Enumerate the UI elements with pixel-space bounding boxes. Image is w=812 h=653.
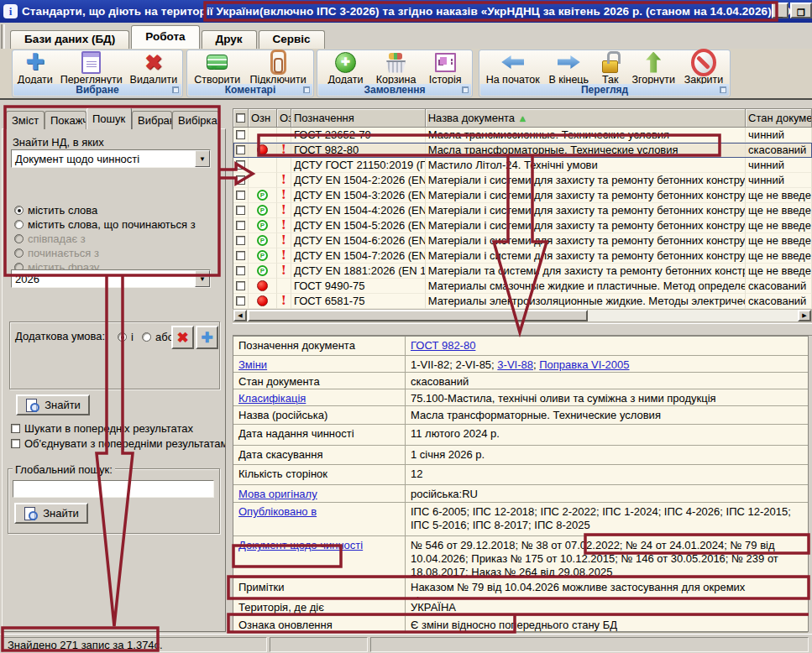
table-row[interactable]: P!ДСТУ EN 1504-6:2026 (ENМатеріали і сис… bbox=[233, 233, 812, 248]
row-checkbox-cell[interactable] bbox=[233, 158, 249, 173]
table-row[interactable]: P!ДСТУ EN 1504-3:2026 (ENМатеріали і сис… bbox=[233, 188, 812, 203]
horizontal-splitter[interactable] bbox=[233, 323, 812, 336]
table-row[interactable]: !ГОСТ 982-80Масла трансформаторные. Техн… bbox=[233, 143, 812, 158]
arrow-right-button[interactable]: В кінець bbox=[546, 50, 591, 86]
table-horizontal-scrollbar[interactable]: ◀ ▶ bbox=[233, 309, 812, 322]
detail-label-link[interactable]: Документ щодо чинності bbox=[238, 539, 363, 551]
detail-label-link[interactable]: Класифікація bbox=[238, 392, 306, 405]
row-checkbox-cell[interactable] bbox=[233, 143, 249, 158]
tab-Робота[interactable]: Робота bbox=[131, 25, 199, 49]
row-mark-cell: P bbox=[249, 264, 277, 279]
search-option-checkbox[interactable]: Об'єднувати з попередніми результатам bbox=[11, 436, 225, 451]
search-option-checkbox[interactable]: Шукати в попередніх результатах bbox=[11, 421, 225, 436]
paperclip-button[interactable]: Підключити bbox=[247, 50, 308, 86]
sidebar-tab-Вибран[interactable]: Вибран bbox=[132, 111, 172, 129]
table-row[interactable]: P!ДСТУ EN 1504-7:2026 (ENМатеріали і сис… bbox=[233, 248, 812, 264]
row-checkbox-cell[interactable] bbox=[233, 188, 249, 203]
sidebar-tab-Покажч[interactable]: Покажч bbox=[45, 111, 86, 129]
radio-icon bbox=[14, 248, 24, 258]
arrow-up-button[interactable]: Згорнути bbox=[629, 50, 678, 86]
row-mark-cell: P bbox=[249, 188, 277, 203]
arrow-left-button[interactable]: На початок bbox=[484, 50, 542, 86]
global-find-button[interactable]: Знайти bbox=[14, 503, 88, 524]
table-row[interactable]: ГОСТ 9490-75Материалы смазочные жидкие и… bbox=[233, 279, 812, 294]
row-checkbox-cell[interactable] bbox=[233, 173, 249, 188]
dialog-launcher-icon[interactable] bbox=[720, 86, 726, 93]
row-mark-cell: P bbox=[249, 248, 277, 264]
row-checkbox-cell[interactable] bbox=[233, 128, 249, 143]
blue-plus-button[interactable]: Додати bbox=[15, 50, 55, 86]
match-radio[interactable]: містить слова, що починаються з bbox=[14, 217, 196, 232]
row-checkbox-cell[interactable] bbox=[233, 264, 249, 279]
newspaper-button[interactable]: Історія bbox=[427, 50, 464, 86]
basket-button[interactable]: Корзина bbox=[374, 50, 419, 86]
add-condition-button[interactable]: ✚ bbox=[196, 326, 218, 349]
tab-Бази даних (БД)[interactable]: Бази даних (БД) bbox=[10, 30, 129, 49]
scrollbar-thumb[interactable] bbox=[248, 310, 588, 321]
table-row[interactable]: ДСТУ ГОСТ 21150:2019 (ГМастило Літол-24.… bbox=[233, 158, 812, 173]
green-plus-button[interactable]: Додати bbox=[325, 50, 365, 86]
chevron-down-icon[interactable]: ▼ bbox=[195, 270, 210, 287]
scroll-right-icon[interactable]: ▶ bbox=[798, 310, 811, 321]
find-button[interactable]: Знайти bbox=[16, 394, 90, 415]
table-row[interactable]: P!ДСТУ EN 1881:2026 (EN 18Матеріали та с… bbox=[233, 264, 812, 279]
detail-label-link[interactable]: Мова оригіналу bbox=[238, 488, 317, 500]
row-checkbox-cell[interactable] bbox=[233, 248, 249, 264]
table-row[interactable]: !ДСТУ EN 1504-2:2026 (ENМатеріали і сист… bbox=[233, 173, 812, 188]
detail-value-link[interactable]: Поправка VI-2005 bbox=[539, 358, 629, 371]
scroll-left-icon[interactable]: ◀ bbox=[233, 310, 247, 321]
column-header-Озн[interactable]: Озн bbox=[277, 109, 291, 128]
extra-condition-and-radio[interactable]: і bbox=[118, 330, 134, 344]
row-state: ще не введен bbox=[746, 248, 812, 264]
table-row[interactable]: P!ДСТУ EN 1504-5:2026 (ENМатеріали і сис… bbox=[233, 218, 812, 233]
row-warn-cell: ! bbox=[277, 173, 291, 188]
column-header-Стан документа[interactable]: Стан документа bbox=[746, 109, 812, 128]
tab-Сервіс[interactable]: Сервіс bbox=[259, 30, 325, 49]
extra-condition-or-radio[interactable]: або bbox=[142, 330, 174, 344]
column-header-Назва документа[interactable]: Назва документа▲ bbox=[426, 109, 746, 128]
detail-label-text: Дата надання чинності bbox=[238, 427, 354, 440]
sidebar-tab-Вибірка[interactable]: Вибірка bbox=[172, 111, 219, 129]
notepad-button[interactable]: Переглянути bbox=[58, 50, 125, 86]
table-row[interactable]: P!ДСТУ EN 1504-4:2026 (ENМатеріали і сис… bbox=[233, 203, 812, 218]
search-field-combobox[interactable]: Документ щодо чинності ▼ bbox=[11, 149, 211, 168]
minimize-button[interactable]: _ bbox=[772, 3, 788, 18]
dialog-launcher-icon[interactable] bbox=[303, 86, 310, 93]
dialog-launcher-icon[interactable] bbox=[172, 86, 179, 93]
match-radio[interactable]: містить слова bbox=[14, 203, 196, 217]
row-checkbox-cell[interactable] bbox=[233, 218, 249, 233]
detail-value-link[interactable]: 3-VI-88 bbox=[497, 358, 533, 371]
detail-label-link[interactable]: Опубліковано в bbox=[238, 505, 317, 518]
row-mark-cell: P bbox=[249, 218, 277, 233]
row-checkbox-cell[interactable] bbox=[233, 279, 249, 294]
sidebar-tab-Зміст[interactable]: Зміст bbox=[6, 111, 45, 129]
speech-bubble-button[interactable]: Створити bbox=[191, 50, 243, 86]
match-radio[interactable]: співпадає з bbox=[14, 232, 196, 246]
column-header-Позначення[interactable]: Позначення bbox=[291, 109, 426, 128]
sidebar-tab-Пошук[interactable]: Пошук bbox=[86, 107, 132, 129]
table-row[interactable]: ГОСТ 23652-79Масла трансмиссионные. Техн… bbox=[233, 128, 812, 143]
row-checkbox-cell[interactable] bbox=[233, 203, 249, 218]
no-entry-button[interactable]: Закрити bbox=[682, 50, 726, 86]
column-header-Озн[interactable]: Озн bbox=[249, 109, 277, 128]
global-search-input[interactable] bbox=[13, 480, 214, 498]
row-warn-cell: ! bbox=[277, 294, 291, 309]
maximize-button[interactable]: ❐ bbox=[790, 3, 812, 18]
row-checkbox-cell[interactable] bbox=[233, 233, 249, 248]
column-header-checkbox[interactable] bbox=[233, 109, 249, 128]
chevron-down-icon[interactable]: ▼ bbox=[195, 150, 210, 167]
detail-row: Кількість сторінок12 bbox=[233, 465, 808, 485]
table-row[interactable]: !ГОСТ 6581-75Материалы электроизоляционн… bbox=[233, 294, 812, 309]
detail-value-link[interactable]: ГОСТ 982-80 bbox=[411, 339, 475, 352]
remove-condition-button[interactable]: ✖ bbox=[171, 326, 194, 349]
padlock-open-button[interactable]: Так bbox=[595, 50, 626, 86]
row-checkbox-cell[interactable] bbox=[233, 294, 249, 309]
row-mark-cell bbox=[249, 158, 277, 173]
red-x-button[interactable]: Видалити bbox=[128, 50, 181, 86]
tab-Друк[interactable]: Друк bbox=[202, 30, 257, 49]
select-all-checkbox[interactable] bbox=[236, 113, 245, 123]
detail-label-link[interactable]: Зміни bbox=[238, 358, 267, 371]
dialog-launcher-icon[interactable] bbox=[462, 86, 469, 93]
match-radio[interactable]: починається з bbox=[14, 246, 196, 260]
search-value-combobox[interactable]: 2026 ▼ bbox=[11, 269, 211, 288]
